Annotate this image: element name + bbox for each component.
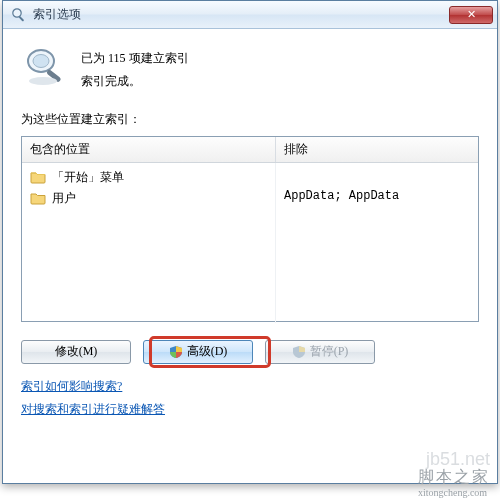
link-troubleshoot-search[interactable]: 对搜索和索引进行疑难解答 — [21, 401, 479, 418]
search-options-icon — [11, 7, 27, 23]
column-header-exclude[interactable]: 排除 — [276, 137, 478, 162]
column-header-included[interactable]: 包含的位置 — [22, 137, 276, 162]
list-header: 包含的位置 排除 — [22, 137, 478, 163]
status-area: 已为 115 项建立索引 索引完成。 — [21, 43, 479, 93]
svg-point-5 — [29, 77, 57, 85]
button-row: 修改(M) 高级(D) 暂停(P) — [21, 340, 479, 364]
exclude-cell — [284, 167, 470, 189]
close-button[interactable]: ✕ — [449, 6, 493, 24]
svg-rect-1 — [19, 16, 25, 22]
indexing-options-window: 索引选项 ✕ 已为 115 项建立索引 索引完成。 为这些位置建立索引： 包含的… — [2, 0, 498, 484]
locations-list: 包含的位置 排除 「开始」菜单 用户 AppData; AppData — [21, 136, 479, 322]
uac-shield-icon — [169, 345, 183, 359]
advanced-button[interactable]: 高级(D) — [143, 340, 253, 364]
window-body: 已为 115 项建立索引 索引完成。 为这些位置建立索引： 包含的位置 排除 「… — [3, 29, 497, 436]
modify-button[interactable]: 修改(M) — [21, 340, 131, 364]
close-icon: ✕ — [467, 9, 476, 20]
list-item-label: 「开始」菜单 — [52, 169, 124, 186]
svg-point-0 — [13, 8, 21, 16]
indexing-complete-line: 索引完成。 — [81, 70, 189, 93]
titlebar: 索引选项 ✕ — [3, 1, 497, 29]
list-item-label: 用户 — [52, 190, 76, 207]
list-item[interactable]: 「开始」菜单 — [28, 167, 269, 188]
list-body: 「开始」菜单 用户 AppData; AppData — [22, 163, 478, 323]
list-item[interactable]: 用户 — [28, 188, 269, 209]
indexed-count-line: 已为 115 项建立索引 — [81, 47, 189, 70]
uac-shield-icon — [292, 345, 306, 359]
status-text: 已为 115 项建立索引 索引完成。 — [81, 43, 189, 93]
svg-point-3 — [33, 55, 49, 68]
exclude-cell: AppData; AppData — [284, 189, 470, 203]
help-links: 索引如何影响搜索? 对搜索和索引进行疑难解答 — [21, 378, 479, 418]
window-title: 索引选项 — [33, 6, 449, 23]
folder-icon — [30, 170, 46, 184]
locations-prompt: 为这些位置建立索引： — [21, 111, 479, 128]
link-how-indexing-affects-search[interactable]: 索引如何影响搜索? — [21, 378, 479, 395]
folder-icon — [30, 191, 46, 205]
magnifier-icon — [21, 43, 67, 89]
pause-button[interactable]: 暂停(P) — [265, 340, 375, 364]
